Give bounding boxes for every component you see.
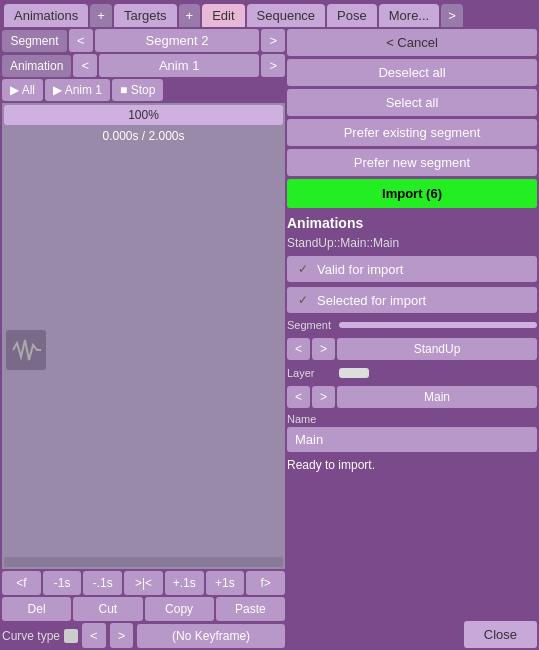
name-field-value[interactable]: Main [287,427,537,452]
waveform-icon [6,330,46,370]
spacer [287,478,537,618]
animation-name-display: Anim 1 [99,54,259,77]
tab-more[interactable]: More... [379,4,439,27]
horizontal-scrollbar[interactable] [4,557,283,567]
selected-for-import-label: Selected for import [317,293,426,308]
frame-start-btn[interactable]: <f [2,571,41,595]
valid-for-import-row[interactable]: ✓ Valid for import [287,256,537,282]
right-layer-nav-row: < > Main [287,386,537,408]
frame-end-btn[interactable]: f> [246,571,285,595]
tab-plus-animations[interactable]: + [90,4,112,27]
segment-row: Segment < Segment 2 > [2,29,285,52]
curve-prev-btn[interactable]: < [82,623,106,648]
progress-bar-container: 100% [4,105,283,125]
left-panel: Segment < Segment 2 > Animation < Anim 1… [2,29,285,648]
animation-next-btn[interactable]: > [261,54,285,77]
curve-type-checkbox[interactable] [64,629,78,643]
animation-prev-btn[interactable]: < [73,54,97,77]
cancel-btn[interactable]: < Cancel [287,29,537,56]
segment-prev-btn[interactable]: < [69,29,93,52]
right-layer-next-btn[interactable]: > [312,386,335,408]
edit-row: Del Cut Copy Paste [2,597,285,621]
playback-row: ▶ All ▶ Anim 1 ■ Stop [2,79,285,101]
waveform-area [2,145,285,555]
subsection-title: StandUp::Main::Main [287,234,537,252]
right-segment-name: StandUp [337,338,537,360]
del-btn[interactable]: Del [2,597,71,621]
progress-text: 100% [128,108,159,122]
segment-name-display: Segment 2 [95,29,260,52]
time-display: 0.000s / 2.000s [2,127,285,145]
frame-minus-1s-btn[interactable]: -1s [43,571,82,595]
curve-type-row: Curve type < > (No Keyframe) [2,623,285,648]
tab-pose[interactable]: Pose [327,4,377,27]
close-btn[interactable]: Close [464,621,537,648]
section-title: Animations [287,211,537,231]
right-segment-nav-row: < > StandUp [287,338,537,360]
main-window: Animations + Targets + Edit Sequence Pos… [0,0,539,650]
right-segment-prev-btn[interactable]: < [287,338,310,360]
timeline-area: 100% 0.000s / 2.000s [2,103,285,569]
right-layer-label: Layer [287,367,337,379]
segment-label: Segment [2,30,67,52]
copy-btn[interactable]: Copy [145,597,214,621]
bottom-controls: <f -1s -.1s >|< +.1s +1s f> Del Cut Copy… [2,571,285,648]
valid-check-icon: ✓ [295,261,311,277]
right-layer-name: Main [337,386,537,408]
tab-bar: Animations + Targets + Edit Sequence Pos… [0,0,539,27]
prefer-new-btn[interactable]: Prefer new segment [287,149,537,176]
frame-center-btn[interactable]: >|< [124,571,163,595]
frame-minus-0.1s-btn[interactable]: -.1s [83,571,122,595]
import-btn[interactable]: Import (6) [287,179,537,208]
right-panel: < Cancel Deselect all Select all Prefer … [287,29,537,648]
paste-btn[interactable]: Paste [216,597,285,621]
animation-label: Animation [2,55,71,77]
layer-slider[interactable] [339,368,369,378]
frame-plus-0.1s-btn[interactable]: +.1s [165,571,204,595]
play-anim-btn[interactable]: ▶ Anim 1 [45,79,110,101]
tab-edit[interactable]: Edit [202,4,244,27]
play-all-btn[interactable]: ▶ All [2,79,43,101]
right-segment-row: Segment [287,319,537,331]
cut-btn[interactable]: Cut [73,597,142,621]
right-layer-row: Layer [287,367,537,379]
segment-next-btn[interactable]: > [261,29,285,52]
stop-btn[interactable]: ■ Stop [112,79,163,101]
tab-sequence[interactable]: Sequence [247,4,326,27]
name-field-label: Name [287,413,537,425]
right-segment-next-btn[interactable]: > [312,338,335,360]
curve-next-btn[interactable]: > [110,623,134,648]
frame-plus-1s-btn[interactable]: +1s [206,571,245,595]
content-area: Segment < Segment 2 > Animation < Anim 1… [0,27,539,650]
tab-arrow[interactable]: > [441,4,463,27]
animation-row: Animation < Anim 1 > [2,54,285,77]
prefer-existing-btn[interactable]: Prefer existing segment [287,119,537,146]
frame-row: <f -1s -.1s >|< +.1s +1s f> [2,571,285,595]
selected-check-icon: ✓ [295,292,311,308]
keyframe-display: (No Keyframe) [137,624,285,648]
tab-targets[interactable]: Targets [114,4,177,27]
segment-slider[interactable] [339,322,537,328]
right-segment-label: Segment [287,319,337,331]
status-text: Ready to import. [287,455,537,475]
deselect-all-btn[interactable]: Deselect all [287,59,537,86]
select-all-btn[interactable]: Select all [287,89,537,116]
right-layer-prev-btn[interactable]: < [287,386,310,408]
name-field-row: Name Main [287,413,537,452]
curve-type-label: Curve type [2,629,60,643]
valid-for-import-label: Valid for import [317,262,403,277]
tab-animations[interactable]: Animations [4,4,88,27]
tab-plus-targets[interactable]: + [179,4,201,27]
selected-for-import-row[interactable]: ✓ Selected for import [287,287,537,313]
